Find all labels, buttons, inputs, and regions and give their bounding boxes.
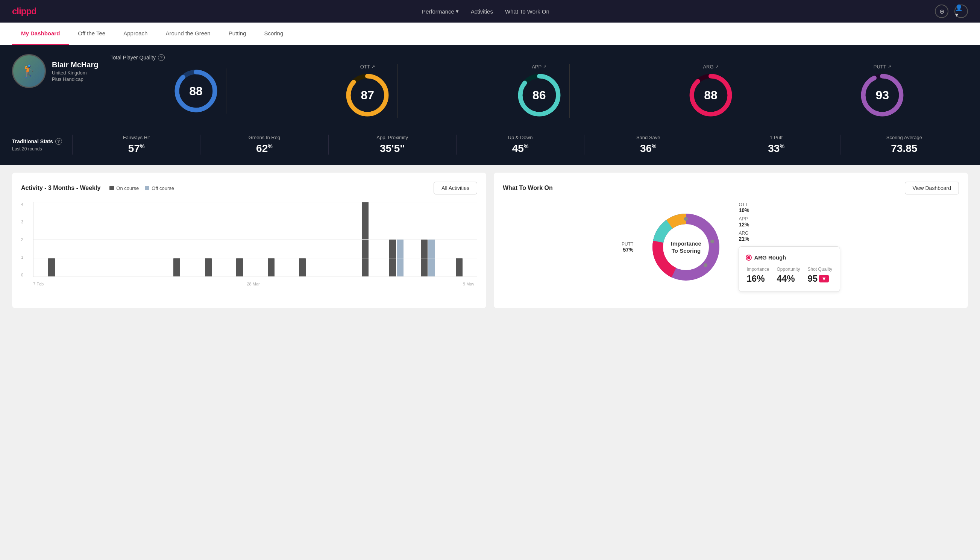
bar-group-8 bbox=[256, 258, 286, 277]
chart-y-labels: 0 1 2 3 4 bbox=[21, 202, 23, 277]
info-card-title: ARG Rough bbox=[747, 254, 832, 261]
all-activities-button[interactable]: All Activities bbox=[434, 182, 477, 195]
putt-label: PUTT 57% bbox=[622, 242, 633, 253]
donut-center-label: ImportanceTo Scoring bbox=[671, 240, 701, 254]
bar-group-9 bbox=[287, 258, 317, 277]
stat-app-proximity: App. Proximity 35'5" bbox=[328, 135, 456, 155]
arg-arrow-icon: ↗ bbox=[715, 64, 719, 69]
bar-group-12 bbox=[382, 239, 411, 277]
putt-arrow-icon: ↗ bbox=[888, 64, 891, 69]
bar-off bbox=[397, 239, 404, 277]
user-menu[interactable]: 👤 ▾ bbox=[954, 5, 968, 18]
stat-shot-quality: Shot Quality 95 ▼ bbox=[808, 267, 832, 284]
ring-ott: 87 bbox=[345, 73, 390, 118]
trad-stats-label: Traditional Stats ? bbox=[12, 138, 72, 145]
app-label: APP12% bbox=[739, 216, 840, 228]
header-right: ⊕ 👤 ▾ bbox=[935, 5, 968, 18]
bar-on bbox=[268, 258, 275, 277]
logo[interactable]: clippd bbox=[12, 6, 37, 17]
add-button[interactable]: ⊕ bbox=[935, 5, 948, 18]
legend-on-course-dot bbox=[110, 186, 114, 190]
avatar: 🏌️ bbox=[12, 54, 46, 88]
view-dashboard-button[interactable]: View Dashboard bbox=[905, 182, 959, 195]
bar-group-13 bbox=[413, 239, 443, 277]
player-handicap: Plus Handicap bbox=[52, 77, 98, 82]
stat-1-putt: 1 Putt 33% bbox=[712, 135, 840, 155]
score-ott: OTT ↗ 87 bbox=[337, 64, 398, 118]
bar-on bbox=[236, 258, 243, 277]
tab-around-the-green[interactable]: Around the Green bbox=[156, 23, 219, 45]
hero-section: 🏌️ Blair McHarg United Kingdom Plus Hand… bbox=[0, 45, 980, 165]
header: clippd Performance ▾ Activities What To … bbox=[0, 0, 980, 23]
info-card: ARG Rough Importance 16% Opportunity 44%… bbox=[739, 246, 840, 292]
info-card-stats: Importance 16% Opportunity 44% Shot Qual… bbox=[747, 267, 832, 284]
player-name: Blair McHarg bbox=[52, 60, 98, 69]
ring-putt: 93 bbox=[860, 73, 905, 118]
score-putt: PUTT ↗ 93 bbox=[852, 64, 912, 118]
tab-off-the-tee[interactable]: Off the Tee bbox=[69, 23, 114, 45]
donut-right-labels: OTT10% APP12% ARG21% bbox=[739, 202, 840, 242]
svg-point-9 bbox=[690, 93, 694, 97]
work-card-header: What To Work On View Dashboard bbox=[503, 182, 959, 195]
bar-group-7 bbox=[225, 258, 255, 277]
main-content: Activity - 3 Months - Weekly On course O… bbox=[0, 165, 980, 315]
tpq-info-icon[interactable]: ? bbox=[158, 54, 165, 61]
bar-group-6 bbox=[193, 258, 223, 277]
tab-my-dashboard[interactable]: My Dashboard bbox=[12, 23, 69, 45]
bar-group-14 bbox=[444, 258, 474, 277]
bar-on bbox=[173, 258, 180, 277]
legend-off-course-dot bbox=[145, 186, 149, 190]
bar-on bbox=[205, 258, 212, 277]
bar-group-1 bbox=[37, 258, 66, 277]
svg-point-18 bbox=[710, 240, 714, 243]
work-card-title: What To Work On bbox=[503, 185, 553, 192]
stat-opportunity: Opportunity 44% bbox=[777, 267, 800, 284]
bar-group-5 bbox=[162, 258, 192, 277]
nav-what-to-work-on[interactable]: What To Work On bbox=[505, 8, 549, 15]
score-arg: ARG ↗ 88 bbox=[681, 64, 741, 118]
player-info: 🏌️ Blair McHarg United Kingdom Plus Hand… bbox=[12, 54, 98, 88]
info-card-dot bbox=[747, 255, 751, 260]
chart-legend: On course Off course bbox=[110, 185, 174, 191]
player-country: United Kingdom bbox=[52, 70, 98, 76]
bar-on bbox=[48, 258, 55, 277]
donut-chart: ImportanceTo Scoring bbox=[648, 210, 724, 285]
legend-on-course: On course bbox=[110, 185, 139, 191]
stat-fairways-hit: Fairways Hit 57% bbox=[72, 135, 200, 155]
bar-group-11 bbox=[350, 202, 380, 277]
svg-point-17 bbox=[704, 263, 707, 267]
nav-performance[interactable]: Performance ▾ bbox=[422, 8, 459, 15]
donut-section: PUTT 57% bbox=[503, 202, 959, 292]
app-arrow-icon: ↗ bbox=[543, 64, 546, 69]
nav: Performance ▾ Activities What To Work On bbox=[422, 8, 549, 15]
bar-on bbox=[389, 239, 396, 277]
bar-on bbox=[362, 202, 369, 277]
down-badge: ▼ bbox=[819, 275, 829, 282]
score-tpq: 88 bbox=[166, 68, 226, 113]
stat-scoring-avg: Scoring Average 73.85 bbox=[840, 135, 968, 155]
activity-card-title: Activity - 3 Months - Weekly bbox=[21, 185, 100, 192]
tabs: My Dashboard Off the Tee Approach Around… bbox=[0, 23, 980, 45]
chart-x-labels: 7 Feb 28 Mar 9 May bbox=[33, 280, 477, 286]
tab-scoring[interactable]: Scoring bbox=[255, 23, 292, 45]
stat-up-down: Up & Down 45% bbox=[456, 135, 584, 155]
ott-arrow-icon: ↗ bbox=[371, 64, 375, 69]
bar-chart-bars bbox=[33, 202, 477, 277]
work-card: What To Work On View Dashboard PUTT 57% bbox=[494, 173, 968, 308]
trad-stats-info-icon[interactable]: ? bbox=[55, 138, 62, 145]
ring-arg: 88 bbox=[688, 73, 733, 118]
tab-approach[interactable]: Approach bbox=[114, 23, 156, 45]
stat-greens-in-reg: Greens In Reg 62% bbox=[200, 135, 328, 155]
score-app: APP ↗ 86 bbox=[509, 64, 570, 118]
nav-activities[interactable]: Activities bbox=[471, 8, 493, 15]
activity-card: Activity - 3 Months - Weekly On course O… bbox=[12, 173, 486, 308]
tab-putting[interactable]: Putting bbox=[220, 23, 255, 45]
ring-app: 86 bbox=[517, 73, 562, 118]
bar-off bbox=[428, 239, 435, 277]
trad-stats-subtitle: Last 20 rounds bbox=[12, 146, 72, 152]
chevron-down-icon: ▾ bbox=[456, 8, 459, 15]
legend-off-course: Off course bbox=[145, 185, 174, 191]
stats-label-block: Traditional Stats ? Last 20 rounds bbox=[12, 138, 72, 152]
donut-left-labels: PUTT 57% bbox=[622, 242, 633, 253]
ott-label: OTT10% bbox=[739, 202, 840, 213]
